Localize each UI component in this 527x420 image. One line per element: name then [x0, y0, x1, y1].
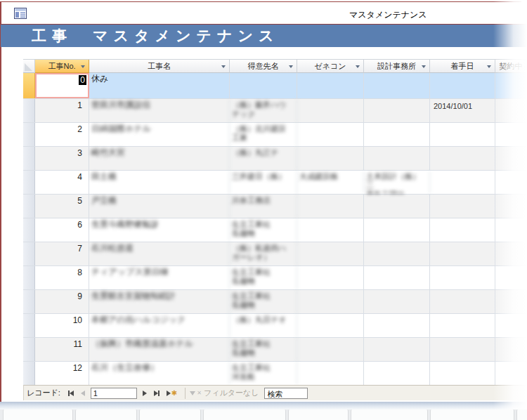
cell-kouji-no[interactable]: 12: [35, 362, 89, 385]
cell-contract[interactable]: [495, 338, 527, 361]
cell-customer[interactable]: （株）藤井ハウ テック: [230, 99, 297, 122]
first-record-button[interactable]: [68, 391, 74, 396]
cell-start-date[interactable]: [430, 123, 495, 146]
cell-start-date[interactable]: 2014/10/01: [430, 99, 495, 122]
cell-start-date[interactable]: [430, 147, 495, 170]
cell-kouji-name[interactable]: 戸立橋: [89, 195, 230, 218]
cell-genecon[interactable]: [297, 362, 364, 385]
cell-contract[interactable]: [495, 73, 527, 98]
cell-kouji-name[interactable]: 石川松原道: [89, 242, 230, 265]
previous-record-button[interactable]: [81, 391, 85, 396]
cell-customer[interactable]: 川奈工務店: [230, 195, 297, 218]
cell-genecon[interactable]: [297, 290, 364, 313]
cell-kouji-name[interactable]: 生景観古京賀物知総計: [89, 290, 230, 313]
cell-genecon[interactable]: [297, 242, 364, 265]
cell-kouji-name[interactable]: 崎竹大宮: [89, 147, 230, 170]
cell-design-office[interactable]: [364, 242, 430, 265]
cell-customer[interactable]: 生立工業社 長趨物: [230, 338, 297, 361]
cell-genecon[interactable]: [297, 314, 364, 337]
cell-contract[interactable]: [495, 218, 527, 242]
record-selector[interactable]: [23, 171, 35, 194]
cell-customer[interactable]: [230, 73, 297, 98]
cell-design-office[interactable]: [364, 123, 430, 146]
cell-design-office[interactable]: [364, 266, 430, 289]
record-selector[interactable]: [23, 195, 35, 218]
column-header-genecon[interactable]: ゼネコン: [297, 60, 364, 73]
cell-design-office[interactable]: [364, 218, 430, 242]
cell-genecon[interactable]: [297, 266, 364, 289]
cell-kouji-name[interactable]: 日綿国際ホテル: [89, 123, 230, 146]
filter-dropdown-icon[interactable]: [81, 65, 85, 68]
filter-dropdown-icon[interactable]: [356, 65, 360, 68]
cell-contract[interactable]: [495, 147, 527, 170]
record-selector[interactable]: [23, 242, 35, 265]
cell-kouji-name[interactable]: 本郷アの街ハルコジック: [89, 314, 230, 337]
cell-start-date[interactable]: [430, 195, 495, 218]
filter-dropdown-icon[interactable]: [487, 65, 491, 68]
cell-kouji-name[interactable]: 石川（生立改修）: [89, 362, 230, 385]
cell-contract[interactable]: [495, 266, 527, 289]
record-selector[interactable]: [23, 266, 35, 289]
cell-kouji-no[interactable]: 6: [35, 218, 89, 242]
filter-dropdown-icon[interactable]: [422, 65, 426, 68]
cell-contract[interactable]: [495, 314, 527, 337]
cell-start-date[interactable]: [430, 171, 495, 194]
filter-dropdown-icon[interactable]: [221, 65, 226, 68]
record-selector[interactable]: [23, 314, 35, 337]
cell-kouji-no[interactable]: 2: [35, 123, 89, 146]
cell-genecon[interactable]: [297, 218, 364, 242]
column-header-start-date[interactable]: 着手日: [430, 60, 495, 73]
cell-customer[interactable]: （株）私道四ハ ガーレオ）: [230, 242, 297, 265]
record-selector[interactable]: [23, 290, 35, 313]
cell-design-office[interactable]: [364, 147, 430, 170]
cell-start-date[interactable]: [430, 362, 495, 385]
cell-kouji-no[interactable]: 4: [35, 171, 89, 194]
cell-genecon[interactable]: 大成建設株: [297, 171, 364, 194]
cell-customer[interactable]: 生立工業社 長趨物: [230, 290, 297, 313]
cell-kouji-name[interactable]: 田土橋: [89, 171, 230, 194]
cell-design-office[interactable]: [364, 99, 430, 122]
cell-kouji-no[interactable]: 7: [35, 242, 89, 265]
cell-genecon[interactable]: [297, 99, 364, 122]
cell-kouji-no[interactable]: 0: [35, 73, 89, 98]
next-record-button[interactable]: [143, 391, 147, 396]
cell-start-date[interactable]: [430, 266, 495, 289]
cell-kouji-name[interactable]: チィアップス第日棟: [89, 266, 230, 289]
cell-genecon[interactable]: [297, 123, 364, 146]
cell-kouji-no[interactable]: 10: [35, 314, 89, 337]
cell-kouji-name[interactable]: 世田川市護設信: [89, 99, 230, 122]
cell-genecon[interactable]: [297, 147, 364, 170]
cell-contract[interactable]: [495, 362, 527, 385]
current-record-input[interactable]: 1: [91, 388, 137, 399]
cell-design-office[interactable]: [364, 338, 430, 361]
column-header-kouji-name[interactable]: 工事名: [89, 60, 230, 73]
cell-customer[interactable]: 生立工業社 河造船: [230, 362, 297, 385]
cell-customer[interactable]: （株）丸日テオ: [230, 314, 297, 337]
cell-start-date[interactable]: [430, 218, 495, 242]
cell-start-date[interactable]: [430, 242, 495, 265]
cell-start-date[interactable]: [430, 290, 495, 313]
new-record-button[interactable]: ✱: [167, 390, 177, 397]
filter-dropdown-icon[interactable]: [289, 65, 293, 68]
cell-start-date[interactable]: [430, 314, 495, 337]
cell-genecon[interactable]: [297, 195, 364, 218]
cell-contract[interactable]: [495, 242, 527, 265]
cell-contract[interactable]: [495, 99, 527, 122]
select-all-corner[interactable]: [23, 60, 35, 73]
cell-contract[interactable]: [495, 290, 527, 313]
record-selector[interactable]: [23, 218, 35, 242]
cell-kouji-no[interactable]: 9: [35, 290, 89, 313]
cell-design-office[interactable]: [364, 362, 430, 385]
cell-kouji-no[interactable]: 5: [35, 195, 89, 218]
last-record-button[interactable]: [154, 391, 160, 396]
cell-kouji-no[interactable]: 1: [35, 99, 89, 122]
record-selector[interactable]: [23, 123, 35, 146]
record-selector[interactable]: [23, 338, 35, 361]
cell-genecon[interactable]: [297, 73, 364, 98]
cell-design-office[interactable]: [364, 195, 430, 218]
cell-kouji-no[interactable]: 8: [35, 266, 89, 289]
cell-kouji-name[interactable]: 休み: [89, 73, 230, 98]
cell-customer[interactable]: 三井建日（株）: [230, 171, 297, 194]
cell-genecon[interactable]: [297, 338, 364, 361]
cell-kouji-name[interactable]: （振興）市織票温泉ホテル: [89, 338, 230, 361]
